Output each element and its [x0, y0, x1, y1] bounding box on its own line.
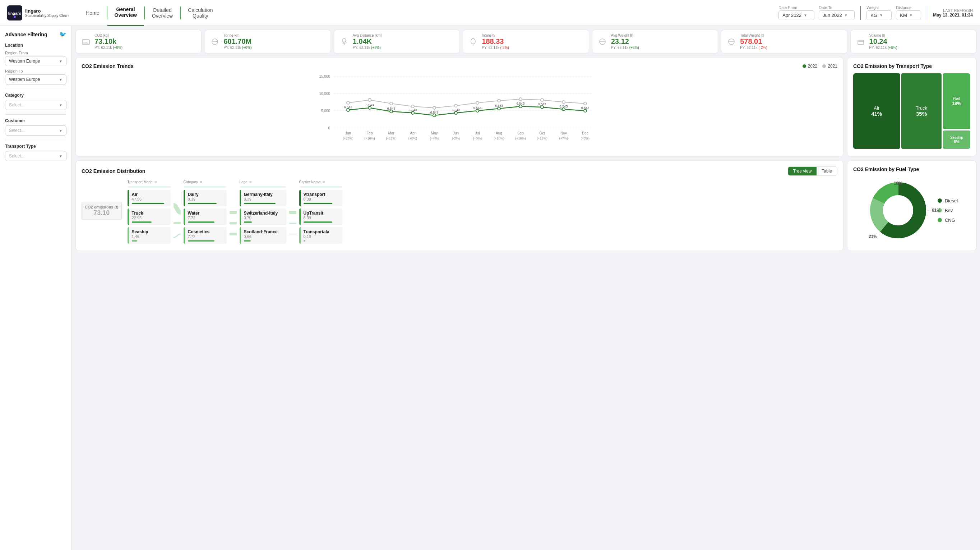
customer-section: Customer Select...▼: [5, 118, 67, 136]
transport-col: Transport Mode ✕ Air 47.56 Truck: [127, 180, 171, 244]
date-to-label: Date To: [819, 5, 854, 10]
svg-text:(+10%): (+10%): [493, 137, 504, 140]
cosmetics-node: Cosmetics 7.72: [184, 227, 227, 244]
co2-icon: CO₂: [80, 36, 92, 48]
kpi-awt-prev: PY: 62.11k (+6%): [611, 46, 639, 49]
svg-point-48: [584, 109, 587, 112]
nav-item-calc[interactable]: Calculation Quality: [181, 0, 220, 26]
lane-col: Lane ✕ Germany-Italy 8.39 Switzerland: [240, 180, 286, 244]
svg-text:(-2%): (-2%): [452, 137, 460, 140]
logo-text: lingaro Sustainability Supply Chain: [25, 8, 68, 18]
svg-text:Dec: Dec: [582, 131, 589, 135]
svg-text:6,543: 6,543: [452, 108, 460, 112]
kpi-int-label: Intensity: [482, 33, 509, 37]
category-col-x[interactable]: ✕: [199, 180, 202, 184]
svg-text:5,000: 5,000: [321, 109, 330, 113]
category-col: Category ✕ Dairy 8.39 Water: [184, 180, 227, 244]
transport-air-bar: Air 41%: [853, 73, 900, 149]
kpi-co2-prev: PY: 62.11k (+6%): [94, 46, 123, 49]
svg-rect-15: [858, 40, 864, 45]
distance-select[interactable]: KM▼: [896, 10, 921, 20]
svg-point-43: [476, 109, 479, 112]
customer-select[interactable]: Select...▼: [5, 126, 67, 136]
trend-chart-title: CO2 Emission Trends: [81, 63, 134, 69]
last-refresh: LAST REFRESH May 13, 2021, 01:34: [933, 8, 973, 18]
nav-item-detailed[interactable]: Detailed Overview: [145, 0, 180, 26]
transport-section: Transport Type Select...▼: [5, 144, 67, 161]
transport-chart-card: CO2 Emission by Transport Type Air 41% T…: [847, 57, 977, 157]
view-toggle: Tree view Table: [788, 166, 837, 176]
nav-item-home[interactable]: Home: [79, 0, 107, 26]
transport-right-col: Rail 18% Seaship 6%: [943, 73, 970, 149]
region-to-select[interactable]: Western Europe▼: [5, 75, 67, 84]
svg-text:0: 0: [328, 126, 330, 130]
transport-rail-bar: Rail 18%: [943, 73, 970, 129]
svg-text:6,543: 6,543: [430, 111, 439, 114]
svg-point-35: [562, 100, 565, 104]
svg-point-42: [455, 112, 457, 114]
distribution-title: CO2 Emission Distribution: [81, 168, 145, 174]
svg-text:(+0%): (+0%): [473, 137, 482, 140]
svg-point-2: [14, 16, 16, 18]
svg-text:(+7%): (+7%): [559, 137, 568, 140]
nav-item-general[interactable]: General Overview: [107, 0, 144, 26]
region-from-label: Region From: [5, 51, 67, 55]
svg-text:6,543: 6,543: [495, 104, 503, 107]
svg-text:Nov: Nov: [560, 131, 567, 135]
transport-select[interactable]: Select...▼: [5, 151, 67, 161]
water-node: Water 7.72: [184, 209, 227, 225]
table-view-btn[interactable]: Table: [816, 167, 837, 175]
svg-text:CO₂: CO₂: [83, 42, 88, 44]
carrier-col-x[interactable]: ✕: [322, 180, 325, 184]
fuel-chart-title: CO2 Emission by Fuel Type: [853, 166, 970, 172]
vertical-sep-2: [927, 6, 927, 20]
category-select[interactable]: Select...▼: [5, 100, 67, 110]
source-val: 73.10: [85, 209, 119, 217]
svg-point-40: [411, 112, 414, 114]
svg-text:(+28%): (+28%): [343, 137, 353, 140]
region-from-select[interactable]: Western Europe▼: [5, 56, 67, 66]
kpi-dist-label: Avg Distance [km]: [353, 33, 382, 37]
uptransit-node: UpTransit 8.39: [299, 209, 342, 225]
transport-col-x[interactable]: ✕: [154, 180, 157, 184]
weight-select[interactable]: KG▼: [867, 10, 892, 20]
transport-truck-bar: Truck 35%: [901, 73, 941, 149]
kpi-dist-value: 1.04K: [353, 37, 382, 46]
svg-text:6,543: 6,543: [538, 102, 546, 106]
sidebar-title: Advance Filtering: [5, 32, 47, 37]
last-refresh-value: May 13, 2021, 01:34: [933, 13, 973, 18]
date-from-label: Date From: [778, 5, 815, 10]
date-to-select[interactable]: Jun 2022▼: [819, 10, 854, 20]
svg-text:Jun: Jun: [453, 131, 459, 135]
kpi-tonne: Tonne-km 601.70M PY: 62.11k (+6%): [204, 29, 331, 54]
kpi-twt-prev: PY: 62.11k (-2%): [740, 46, 767, 49]
svg-point-30: [455, 104, 457, 107]
kpi-vol-prev: PY: 62.11k (+6%): [869, 46, 897, 49]
date-from-select[interactable]: Apr 2022▼: [778, 10, 815, 20]
box-icon: [855, 36, 867, 48]
content: CO₂ CO2 [kg] 73.10k PY: 62.11k (+6%) Ton…: [72, 26, 980, 550]
filter-icon: 🐦: [59, 31, 67, 38]
germany-italy-node: Germany-Italy 8.39: [240, 190, 286, 206]
transport-label: Transport Type: [5, 144, 67, 149]
svg-text:(+11%): (+11%): [386, 137, 396, 140]
distance-label: Distance: [896, 5, 921, 10]
pin-icon: [339, 36, 350, 48]
lane-col-x[interactable]: ✕: [249, 180, 252, 184]
svg-text:lingaro: lingaro: [8, 11, 22, 16]
svg-text:(+6%): (+6%): [409, 137, 417, 140]
header: lingaro lingaro Sustainability Supply Ch…: [0, 0, 980, 26]
kpi-avg-weight: Avg Weight [t] 23.12 PY: 62.11k (+6%): [592, 29, 718, 54]
svg-point-25: [347, 101, 350, 104]
svg-point-46: [541, 106, 544, 108]
kpi-twt-label: Total Weight [t]: [740, 33, 767, 37]
svg-text:(+12%): (+12%): [537, 137, 547, 140]
kpi-co2-label: CO2 [kg]: [94, 33, 123, 37]
tree-view-btn[interactable]: Tree view: [788, 167, 817, 175]
svg-text:(+16%): (+16%): [364, 137, 375, 140]
date-to-group: Date To Jun 2022▼: [819, 5, 854, 20]
svg-text:(+3%): (+3%): [581, 137, 590, 140]
kpi-vol-value: 10.24: [869, 37, 897, 46]
weight-label: Weight: [867, 5, 892, 10]
svg-point-27: [390, 102, 393, 105]
